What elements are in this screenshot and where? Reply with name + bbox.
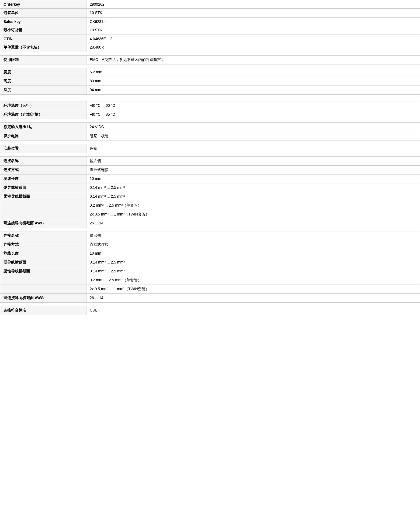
row-value: 10 mm bbox=[86, 174, 420, 183]
row-label: 连接符合标准 bbox=[0, 306, 86, 315]
table-row: 深度94 mm bbox=[0, 86, 420, 95]
row-label bbox=[0, 285, 86, 293]
row-label: 保护电路 bbox=[0, 132, 86, 141]
table-row: 单件重量（不含包装）28.480 g bbox=[0, 43, 420, 52]
row-value: 0.14 mm² ... 2.5 mm² bbox=[86, 192, 420, 201]
row-value: 0.2 mm² ... 2.5 mm²（单套管） bbox=[86, 201, 420, 210]
row-value: CK6231 - bbox=[86, 18, 420, 26]
table-row: 保护电路阻尼二极管 bbox=[0, 132, 420, 141]
table-row: 0.2 mm² ... 2.5 mm²（单套管） bbox=[0, 276, 420, 285]
table-row: 可连接导向横截面 AWG26 ... 14 bbox=[0, 293, 420, 302]
table-row: 连接名称输出侧 bbox=[0, 231, 420, 240]
row-label: 连接方式 bbox=[0, 240, 86, 249]
row-label: 柔性导线横截面 bbox=[0, 267, 86, 276]
row-value: 94 mm bbox=[86, 86, 420, 95]
spacer-row bbox=[0, 141, 420, 144]
row-label bbox=[0, 276, 86, 285]
row-label: 可连接导向横截面 AWG bbox=[0, 293, 86, 302]
spacer-row bbox=[0, 52, 420, 56]
row-label: GTIN bbox=[0, 35, 86, 43]
row-label: 硬导线横截面 bbox=[0, 258, 86, 267]
row-value: 10 mm bbox=[86, 249, 420, 258]
row-value: 2900262 bbox=[86, 0, 420, 9]
row-label: 剥线长度 bbox=[0, 174, 86, 183]
spacer-row bbox=[0, 64, 420, 68]
row-label: 最小订货量 bbox=[0, 26, 86, 35]
table-row: 柔性导线横截面0.14 mm² ... 2.5 mm² bbox=[0, 192, 420, 201]
row-label: 柔性导线横截面 bbox=[0, 192, 86, 201]
table-row: 安装位置任意 bbox=[0, 144, 420, 153]
table-row: 环境温度（运行）-40 °C ... 60 °C bbox=[0, 101, 420, 110]
table-row: 最小订货量10 STK bbox=[0, 26, 420, 35]
spec-table: Orderkey2900262包装单位10 STKSales keyCK6231… bbox=[0, 0, 420, 315]
spacer-row bbox=[0, 95, 420, 98]
table-row: 高度80 mm bbox=[0, 77, 420, 86]
table-row: 环境温度（存放/运输）-40 °C ... 85 °C bbox=[0, 110, 420, 119]
row-value: 10 STK bbox=[86, 26, 420, 35]
table-row: 宽度6.2 mm bbox=[0, 68, 420, 77]
table-row: 硬导线横截面0.14 mm² ... 2.5 mm² bbox=[0, 183, 420, 192]
table-row: 剥线长度10 mm bbox=[0, 249, 420, 258]
row-label: 安装位置 bbox=[0, 144, 86, 153]
table-row: 连接符合标准CUL bbox=[0, 306, 420, 315]
row-label: 可连接导向横截面 AWG bbox=[0, 219, 86, 228]
row-value: 0.14 mm² ... 2.5 mm² bbox=[86, 267, 420, 276]
spacer-row bbox=[0, 153, 420, 156]
table-row: Sales keyCK6231 - bbox=[0, 18, 420, 26]
table-row: 2x 0.5 mm² ... 1 mm²（TWIN套管） bbox=[0, 285, 420, 293]
row-label: 宽度 bbox=[0, 68, 86, 77]
row-label: 连接名称 bbox=[0, 156, 86, 165]
row-value: 28.480 g bbox=[86, 43, 420, 52]
row-value: 80 mm bbox=[86, 77, 420, 86]
row-label bbox=[0, 210, 86, 219]
row-label: 使用限制 bbox=[0, 56, 86, 64]
row-value: 输出侧 bbox=[86, 231, 420, 240]
table-row: 连接方式直插式连接 bbox=[0, 165, 420, 174]
row-value: 直插式连接 bbox=[86, 165, 420, 174]
row-value: 26 ... 14 bbox=[86, 219, 420, 228]
row-value: CUL bbox=[86, 306, 420, 315]
row-value: 0.14 mm² ... 2.5 mm² bbox=[86, 258, 420, 267]
table-row: 柔性导线横截面0.14 mm² ... 2.5 mm² bbox=[0, 267, 420, 276]
row-label: 额定输入电压 UN bbox=[0, 123, 86, 132]
table-row: Orderkey2900262 bbox=[0, 0, 420, 9]
row-value: 阻尼二极管 bbox=[86, 132, 420, 141]
row-value: EMC：A类产品，参见下载区内的制造商声明 bbox=[86, 56, 420, 64]
row-value: 2x 0.5 mm² ... 1 mm²（TWIN套管） bbox=[86, 210, 420, 219]
table-row: 剥线长度10 mm bbox=[0, 174, 420, 183]
table-row: 硬导线横截面0.14 mm² ... 2.5 mm² bbox=[0, 258, 420, 267]
table-row: 额定输入电压 UN24 V DC bbox=[0, 123, 420, 132]
row-label: 连接方式 bbox=[0, 165, 86, 174]
row-value: 4.04636E+12 bbox=[86, 35, 420, 43]
row-label: 硬导线横截面 bbox=[0, 183, 86, 192]
row-value: 0.14 mm² ... 2.5 mm² bbox=[86, 183, 420, 192]
row-value: 2x 0.5 mm² ... 1 mm²（TWIN套管） bbox=[86, 285, 420, 293]
row-value: 输入侧 bbox=[86, 156, 420, 165]
row-label: Sales key bbox=[0, 18, 86, 26]
table-row: 0.2 mm² ... 2.5 mm²（单套管） bbox=[0, 201, 420, 210]
table-row: 连接名称输入侧 bbox=[0, 156, 420, 165]
spacer-row bbox=[0, 98, 420, 101]
table-row: 包装单位10 STK bbox=[0, 9, 420, 18]
row-value: -40 °C ... 85 °C bbox=[86, 110, 420, 119]
row-label: Orderkey bbox=[0, 0, 86, 9]
row-label: 环境温度（存放/运输） bbox=[0, 110, 86, 119]
row-label: 包装单位 bbox=[0, 9, 86, 18]
spacer-row bbox=[0, 302, 420, 306]
table-row: 连接方式直插式连接 bbox=[0, 240, 420, 249]
row-value: 10 STK bbox=[86, 9, 420, 18]
row-value: 直插式连接 bbox=[86, 240, 420, 249]
spacer-row bbox=[0, 228, 420, 231]
table-row: 可连接导向横截面 AWG26 ... 14 bbox=[0, 219, 420, 228]
table-row: GTIN4.04636E+12 bbox=[0, 35, 420, 43]
row-label: 连接名称 bbox=[0, 231, 86, 240]
row-value: 任意 bbox=[86, 144, 420, 153]
row-label: 高度 bbox=[0, 77, 86, 86]
row-label: 单件重量（不含包装） bbox=[0, 43, 86, 52]
row-value: -40 °C ... 60 °C bbox=[86, 101, 420, 110]
row-label: 深度 bbox=[0, 86, 86, 95]
row-value: 0.2 mm² ... 2.5 mm²（单套管） bbox=[86, 276, 420, 285]
table-row: 2x 0.5 mm² ... 1 mm²（TWIN套管） bbox=[0, 210, 420, 219]
table-row: 使用限制EMC：A类产品，参见下载区内的制造商声明 bbox=[0, 56, 420, 64]
row-value: 6.2 mm bbox=[86, 68, 420, 77]
